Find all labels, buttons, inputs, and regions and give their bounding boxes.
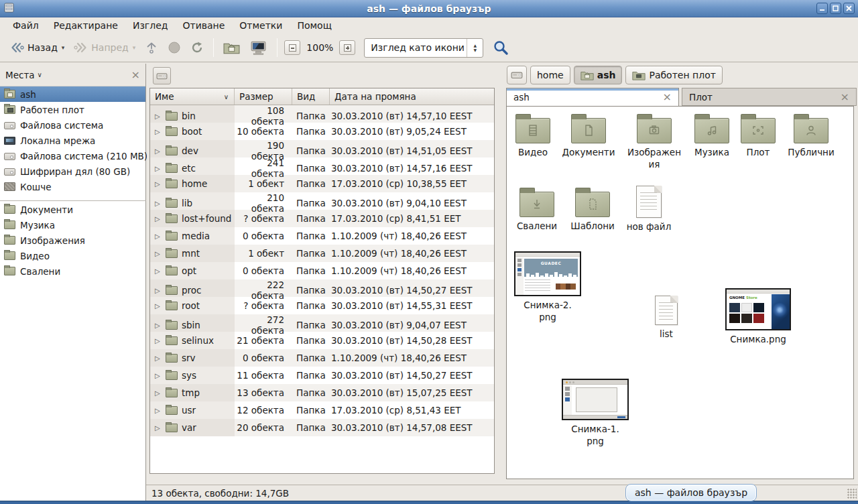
table-row[interactable]: ▷ proc 222 обекта Папка 30.03.2010 (вт) … xyxy=(150,279,494,297)
grid-item-templates[interactable]: Шаблони xyxy=(566,186,619,233)
sidebar-place-item[interactable]: Свалени xyxy=(0,263,145,279)
back-history-caret-icon[interactable]: ▾ xyxy=(62,44,65,51)
grid-item-desktop[interactable]: Плот xyxy=(734,112,782,159)
sidebar-place-item[interactable]: Файлова система (210 MB) xyxy=(0,148,145,164)
window-list-button[interactable]: ash — файлов браузър xyxy=(625,484,757,501)
expander-icon[interactable]: ▷ xyxy=(155,180,162,188)
minimize-button[interactable] xyxy=(816,3,828,14)
sidebar-place-item[interactable]: Файлова система xyxy=(0,117,145,133)
expander-icon[interactable]: ▷ xyxy=(155,287,162,294)
up-button[interactable] xyxy=(140,38,163,57)
grid-item-images[interactable]: Изображения xyxy=(625,112,684,170)
table-row[interactable]: ▷ sys 11 обекта Папка 30.03.2010 (вт) 14… xyxy=(150,367,494,384)
menu-file[interactable]: Файл xyxy=(5,18,46,33)
table-row[interactable]: ▷ root ? обекта Папка 30.03.2010 (вт) 14… xyxy=(150,297,494,314)
sidebar-place-item[interactable]: Локална мрежа xyxy=(0,133,145,148)
breadcrumb-desktop-button[interactable]: Работен плот xyxy=(625,66,722,84)
expander-icon[interactable]: ▷ xyxy=(155,424,162,432)
grid-item-downloads[interactable]: Свалени xyxy=(510,186,564,233)
expander-icon[interactable]: ▷ xyxy=(155,165,162,172)
close-button[interactable] xyxy=(843,3,855,14)
grid-item-video[interactable]: Видео xyxy=(507,112,558,159)
sidebar-place-item[interactable]: Кошче xyxy=(0,179,145,194)
expander-icon[interactable]: ▷ xyxy=(155,113,162,120)
places-selector[interactable]: Места xyxy=(5,70,35,80)
expander-icon[interactable]: ▷ xyxy=(155,355,162,362)
sidebar-place-item[interactable]: Работен плот xyxy=(0,102,145,117)
breadcrumb-home-button[interactable]: home xyxy=(530,66,570,84)
column-header-date[interactable]: Дата на промяна xyxy=(330,88,494,105)
grid-item-snimka[interactable]: GNOME Store Снимка.png xyxy=(721,288,795,346)
breadcrumb-root-button[interactable] xyxy=(507,66,527,84)
table-row[interactable]: ▷ tmp 13 обекта Папка 30.03.2010 (вт) 15… xyxy=(150,384,494,401)
maximize-button[interactable] xyxy=(830,3,841,14)
table-row[interactable]: ▷ opt 0 обекта Папка 1.10.2009 (чт) 18,4… xyxy=(150,262,494,279)
expander-icon[interactable]: ▷ xyxy=(155,128,162,135)
table-row[interactable]: ▷ media 0 обекта Папка 1.10.2009 (чт) 18… xyxy=(150,227,494,245)
grid-item-snimka1[interactable]: Снимка-1.png xyxy=(558,379,632,447)
expander-icon[interactable]: ▷ xyxy=(155,267,162,275)
sidebar-close-icon[interactable]: × xyxy=(131,70,140,80)
tab-close-icon[interactable]: × xyxy=(841,92,849,103)
tab-close-icon[interactable]: × xyxy=(663,92,672,103)
title-bar[interactable]: ash — файлов браузър xyxy=(0,0,858,17)
sidebar-place-item[interactable]: Шифриран дял (80 GB) xyxy=(0,164,145,179)
sidebar-place-item[interactable]: Музика xyxy=(0,217,145,233)
expander-icon[interactable]: ▷ xyxy=(155,389,162,397)
expander-icon[interactable]: ▷ xyxy=(155,372,162,379)
expander-icon[interactable]: ▷ xyxy=(155,215,162,223)
table-row[interactable]: ▷ etc 241 обекта Папка 30.03.2010 (вт) 1… xyxy=(150,158,494,175)
table-row[interactable]: ▷ var 20 обекта Папка 30.03.2010 (вт) 14… xyxy=(150,419,494,436)
menu-bookmarks[interactable]: Отметки xyxy=(232,18,290,33)
table-row[interactable]: ▷ selinux 21 обекта Папка 30.03.2010 (вт… xyxy=(150,332,494,349)
forward-history-caret-icon[interactable]: ▾ xyxy=(133,44,136,51)
expander-icon[interactable]: ▷ xyxy=(155,200,162,207)
expander-icon[interactable]: ▷ xyxy=(155,337,162,344)
grid-item-list-file[interactable]: list xyxy=(642,296,690,340)
zoom-in-button[interactable] xyxy=(339,40,355,55)
spinner-arrows-icon[interactable]: ▲ ▼ xyxy=(467,39,483,57)
menu-view[interactable]: Изглед xyxy=(125,18,176,33)
column-header-type[interactable]: Вид xyxy=(292,88,330,105)
view-mode-select[interactable]: Изглед като икони ▲ ▼ xyxy=(364,38,483,58)
pane-splitter[interactable] xyxy=(496,64,505,485)
table-row[interactable]: ▷ lost+found ? обекта Папка 17.03.2010 (… xyxy=(150,210,494,227)
column-header-name[interactable]: Име ∨ xyxy=(150,88,235,105)
grid-item-new-file[interactable]: нов файл xyxy=(622,182,676,233)
sidebar-place-item[interactable]: Документи xyxy=(0,202,145,217)
table-row[interactable]: ▷ sbin 272 обекта Папка 30.03.2010 (вт) … xyxy=(150,314,494,332)
grid-item-snimka2[interactable]: GUADEC Снимка-2.png xyxy=(511,251,585,323)
expander-icon[interactable]: ▷ xyxy=(155,233,162,240)
table-row[interactable]: ▷ mnt 1 обект Папка 1.10.2009 (чт) 18,40… xyxy=(150,245,494,262)
zoom-out-button[interactable] xyxy=(284,40,300,55)
sidebar-place-item[interactable]: ash xyxy=(0,86,145,102)
tab-ash[interactable]: ash × xyxy=(506,88,679,106)
reload-button[interactable] xyxy=(186,38,208,57)
column-header-size[interactable]: Размер xyxy=(235,88,292,105)
menu-help[interactable]: Помощ xyxy=(290,18,339,33)
table-row[interactable]: ▷ boot 10 обекта Папка 30.03.2010 (вт) 9… xyxy=(150,123,494,140)
table-row[interactable]: ▷ lib 210 обекта Папка 30.03.2010 (вт) 9… xyxy=(150,192,494,210)
stop-button[interactable] xyxy=(163,38,186,57)
table-row[interactable]: ▷ usr 12 обекта Папка 17.03.2010 (ср) 8,… xyxy=(150,401,494,419)
expander-icon[interactable]: ▷ xyxy=(155,302,162,310)
search-button[interactable] xyxy=(487,36,514,59)
grid-item-documents[interactable]: Документи xyxy=(560,112,617,159)
grid-item-music[interactable]: Музика xyxy=(686,112,738,159)
sidebar-place-item[interactable]: Видео xyxy=(0,248,145,263)
menu-edit[interactable]: Редактиране xyxy=(46,18,125,33)
expander-icon[interactable]: ▷ xyxy=(155,147,162,155)
menu-go[interactable]: Отиване xyxy=(175,18,232,33)
computer-button[interactable] xyxy=(245,38,272,58)
root-filesystem-button[interactable] xyxy=(153,67,171,84)
back-button[interactable]: Назад ▾ xyxy=(5,39,69,56)
expander-icon[interactable]: ▷ xyxy=(155,250,162,257)
table-row[interactable]: ▷ srv 0 обекта Папка 1.10.2009 (чт) 18,4… xyxy=(150,349,494,367)
forward-button[interactable]: Напред ▾ xyxy=(69,39,140,56)
tab-desktop[interactable]: Плот × xyxy=(682,88,857,106)
grid-item-public[interactable]: Публични xyxy=(782,112,840,159)
table-row[interactable]: ▷ dev 190 обекта Папка 30.03.2010 (вт) 1… xyxy=(150,140,494,158)
expander-icon[interactable]: ▷ xyxy=(155,322,162,329)
table-row[interactable]: ▷ bin 108 обекта Папка 30.03.2010 (вт) 1… xyxy=(150,105,494,123)
sidebar-place-item[interactable]: Изображения xyxy=(0,233,145,248)
